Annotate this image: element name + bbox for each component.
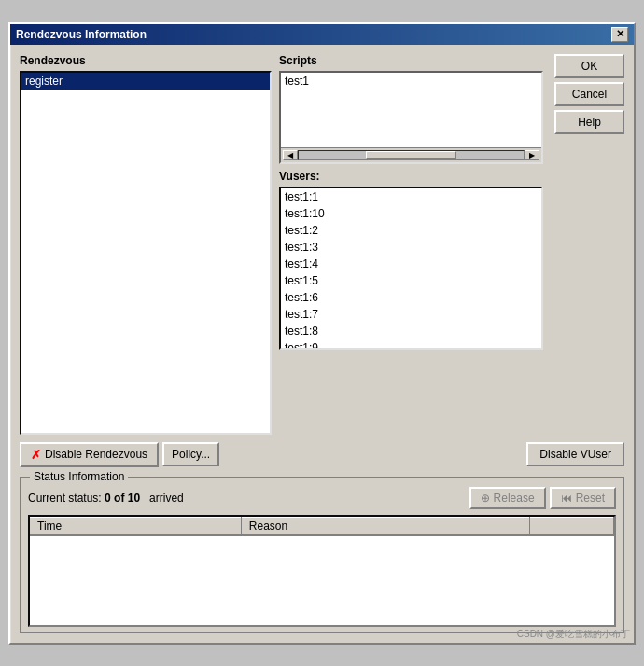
rendezvous-listbox[interactable]: register [20, 71, 272, 435]
scripts-scrollbar[interactable]: ◀ ▶ [281, 147, 541, 162]
list-item[interactable]: test1:10 [281, 205, 541, 222]
disable-vuser-button[interactable]: Disable VUser [526, 442, 624, 466]
right-panel: Scripts test1 ◀ ▶ [279, 54, 543, 435]
scripts-content: test1 [281, 73, 541, 90]
release-label: Release [494, 492, 535, 505]
status-actions: ⊕ Release ⏮ Reset [469, 487, 616, 509]
reset-icon: ⏮ [561, 492, 572, 505]
status-text: Current status: 0 of 10 arrived [28, 492, 464, 505]
release-button[interactable]: ⊕ Release [469, 487, 546, 509]
current-status-value: 0 of 10 [105, 492, 140, 505]
rendezvous-label: Rendezvous [20, 54, 272, 67]
reset-label: Reset [576, 492, 605, 505]
extra-column-header [529, 517, 613, 535]
scripts-listbox[interactable]: test1 ◀ ▶ [279, 71, 543, 164]
close-button[interactable]: ✕ [611, 27, 628, 42]
disable-rendezvous-button[interactable]: ✗ Disable Rendezvous [20, 442, 159, 467]
list-item[interactable]: test1:1 [281, 188, 541, 205]
arrived-label: arrived [149, 492, 184, 505]
help-button[interactable]: Help [554, 110, 624, 134]
time-column-header: Time [30, 517, 241, 535]
scrollbar-thumb[interactable] [366, 151, 455, 159]
list-item[interactable]: test1:5 [281, 272, 541, 289]
status-table-container: Time Reason [28, 515, 616, 627]
status-group: Status Information Current status: 0 of … [20, 477, 624, 633]
bottom-buttons-row: ✗ Disable Rendezvous Policy... Disable V… [20, 442, 624, 467]
scrollbar-track [298, 150, 525, 160]
policy-button[interactable]: Policy... [162, 442, 219, 466]
ok-button[interactable]: OK [554, 54, 624, 78]
list-item[interactable]: test1:2 [281, 222, 541, 239]
list-item[interactable]: test1:9 [281, 340, 541, 350]
scroll-right-arrow[interactable]: ▶ [525, 150, 539, 160]
title-bar: Rendezvous Information ✕ [10, 24, 634, 45]
list-item[interactable]: test1:3 [281, 239, 541, 256]
current-status-prefix: Current status: [28, 492, 102, 505]
action-buttons: OK Cancel Help [554, 54, 624, 435]
left-panel: Rendezvous register [20, 54, 272, 435]
vusers-listbox[interactable]: test1:1 test1:10 test1:2 test1:3 test1:4… [279, 187, 543, 350]
status-top-row: Current status: 0 of 10 arrived ⊕ Releas… [28, 487, 616, 509]
x-icon: ✗ [31, 448, 41, 462]
cancel-button[interactable]: Cancel [554, 82, 624, 106]
main-window: Rendezvous Information ✕ Rendezvous regi… [8, 22, 636, 645]
scroll-left-arrow[interactable]: ◀ [283, 150, 298, 160]
list-item[interactable]: test1:8 [281, 323, 541, 340]
disable-rendezvous-label: Disable Rendezvous [45, 448, 147, 461]
reset-button[interactable]: ⏮ Reset [550, 487, 616, 509]
status-table: Time Reason [30, 517, 614, 536]
release-icon: ⊕ [481, 492, 490, 505]
list-item[interactable]: test1:4 [281, 256, 541, 272]
status-legend: Status Information [30, 470, 128, 483]
window-title: Rendezvous Information [16, 28, 147, 41]
vusers-label: Vusers: [279, 170, 543, 183]
reason-column-header: Reason [241, 517, 529, 535]
watermark: CSDN @爱吃雪糕的小布丁 [517, 628, 630, 641]
list-item[interactable]: test1:6 [281, 289, 541, 306]
list-item[interactable]: test1:7 [281, 306, 541, 323]
rendezvous-item[interactable]: register [21, 73, 270, 90]
scripts-label: Scripts [279, 54, 543, 67]
